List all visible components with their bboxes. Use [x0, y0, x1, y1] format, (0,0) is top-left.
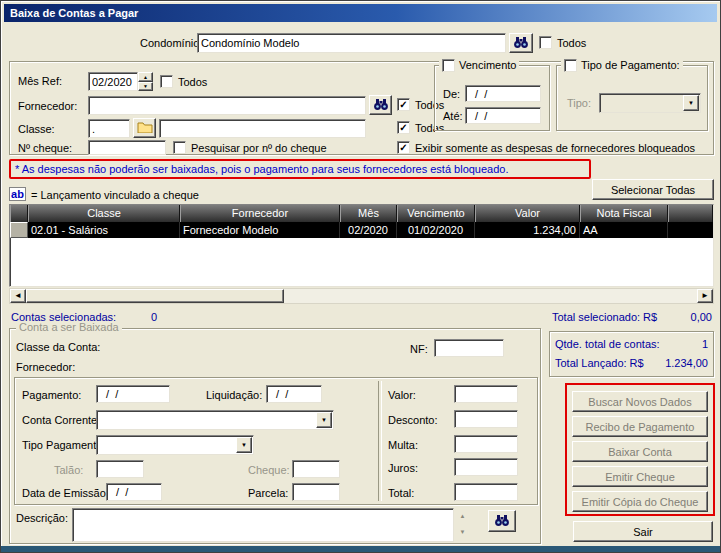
classe-code-input[interactable]	[88, 119, 130, 138]
mes-todos-checkbox[interactable]	[160, 75, 173, 88]
classe-folder-button[interactable]	[133, 118, 156, 138]
juros-input[interactable]	[454, 458, 518, 476]
grid-row-selected[interactable]: 02.01 - Salários Fornecedor Modelo 02/20…	[10, 222, 713, 238]
vencimento-title-label: Vencimento	[459, 59, 516, 71]
tipo-pagamento-combobox[interactable]: ▼	[96, 435, 254, 455]
total-lancado-label: Total Lançado: R$	[555, 357, 644, 369]
desconto-label: Desconto:	[388, 414, 438, 426]
scroll-right-button[interactable]: ►	[697, 289, 713, 303]
desconto-input[interactable]	[454, 410, 518, 428]
vencimento-checkbox[interactable]	[442, 59, 455, 72]
mes-ref-input[interactable]	[88, 72, 138, 91]
juros-label: Juros:	[388, 462, 418, 474]
vencimento-de-label: De:	[443, 88, 460, 100]
parcela-input[interactable]	[292, 483, 340, 501]
mes-ref-label: Mês Ref:	[18, 75, 62, 87]
fornecedor-input[interactable]	[88, 96, 366, 115]
tipo-pagamento-title: Tipo de Pagamento:	[561, 58, 683, 72]
qtde-total-row: Qtde. total de contas: 1	[555, 338, 708, 350]
descricao-search-button[interactable]	[488, 510, 516, 532]
cheque-label: Cheque:	[248, 464, 290, 476]
window-title: Baixa de Contas a Pagar	[10, 7, 138, 19]
descricao-textarea[interactable]	[72, 508, 454, 542]
scroll-left-button[interactable]: ◄	[10, 289, 26, 303]
sair-button[interactable]: Sair	[573, 521, 713, 542]
arrow-down-icon[interactable]: ▼	[456, 525, 469, 542]
dropdown-arrow-icon: ▼	[321, 417, 327, 423]
emitir-cheque-button[interactable]: Emitir Cheque	[572, 466, 708, 487]
selecionar-todas-button[interactable]: Selecionar Todas	[592, 179, 714, 200]
liquidacao-input[interactable]	[266, 385, 322, 403]
fornecedor-search-button[interactable]	[369, 95, 392, 115]
emitir-copia-cheque-button[interactable]: Emitir Cópia do Cheque	[572, 491, 708, 512]
ncheque-label: Nº cheque:	[18, 142, 72, 154]
total-lancado-value: 1.234,00	[665, 357, 708, 369]
title-bar[interactable]: Baixa de Contas a Pagar	[4, 4, 717, 22]
data-emissao-input[interactable]	[106, 483, 162, 501]
grid-col-mes[interactable]: Mês	[340, 205, 397, 222]
binoculars-icon	[513, 35, 529, 51]
exibir-bloqueados-checkbox[interactable]: ✓	[397, 141, 410, 154]
conta-fornecedor-label: Fornecedor:	[16, 361, 75, 373]
checkmark-icon: ✓	[399, 123, 407, 133]
baixar-conta-label: Baixar Conta	[608, 446, 672, 458]
liquidacao-label: Liquidação:	[206, 389, 262, 401]
emitir-copia-cheque-label: Emitir Cópia do Cheque	[582, 496, 699, 508]
tipo-combobox[interactable]: ▼	[599, 93, 701, 113]
buscar-novos-dados-button[interactable]: Buscar Novos Dados	[572, 391, 708, 412]
ncheque-input[interactable]	[88, 140, 166, 155]
classe-todas-checkbox[interactable]: ✓	[397, 121, 410, 134]
condominio-input[interactable]	[197, 33, 506, 53]
scroll-thumb[interactable]	[26, 289, 284, 303]
nf-input[interactable]	[434, 339, 504, 357]
expenses-grid: Classe Fornecedor Mês Vencimento Valor N…	[9, 204, 714, 287]
multa-input[interactable]	[454, 435, 518, 453]
pagamento-input[interactable]	[96, 385, 170, 403]
arrow-up-icon[interactable]: ▲	[456, 508, 469, 525]
valor-input[interactable]	[454, 385, 518, 403]
multa-label: Multa:	[388, 439, 418, 451]
grid-col-indicator[interactable]	[10, 205, 28, 222]
binoculars-icon	[373, 97, 389, 113]
recibo-pagamento-label: Recibo de Pagamento	[586, 421, 695, 433]
grid-col-extra[interactable]	[668, 205, 713, 222]
arrow-right-icon: ►	[701, 292, 709, 300]
dropdown-button[interactable]: ▼	[236, 437, 252, 453]
baixar-conta-button[interactable]: Baixar Conta	[572, 441, 708, 462]
descricao-label: Descrição:	[16, 512, 68, 524]
row-indicator	[10, 222, 28, 238]
dropdown-button[interactable]: ▼	[316, 412, 332, 428]
emitir-cheque-label: Emitir Cheque	[605, 471, 675, 483]
conta-corrente-combobox[interactable]: ▼	[96, 410, 334, 430]
vencimento-ate-input[interactable]	[465, 107, 541, 124]
contas-selecionadas-value: 0	[151, 311, 157, 323]
mes-ref-spinner: ▲ ▼	[138, 72, 153, 91]
condominio-todos-checkbox[interactable]	[539, 36, 552, 49]
vencimento-de-input[interactable]	[465, 85, 541, 102]
total-lancado-row: Total Lançado: R$ 1.234,00	[555, 357, 708, 369]
cell-extra	[668, 222, 713, 238]
dropdown-button[interactable]: ▼	[683, 95, 699, 111]
tipo-pagamento-checkbox[interactable]	[564, 59, 577, 72]
fornecedor-todos-checkbox[interactable]: ✓	[397, 98, 410, 111]
cheque-input[interactable]	[292, 460, 340, 478]
cell-nota-fiscal: AA	[580, 222, 668, 238]
talao-input[interactable]	[96, 460, 144, 478]
classe-input[interactable]	[159, 119, 366, 138]
condominio-search-button[interactable]	[509, 33, 533, 53]
total-input[interactable]	[454, 483, 518, 501]
recibo-pagamento-button[interactable]: Recibo de Pagamento	[572, 416, 708, 437]
tipo-label: Tipo:	[567, 97, 591, 109]
grid-col-vencimento[interactable]: Vencimento	[397, 205, 475, 222]
grid-col-valor[interactable]: Valor	[475, 205, 580, 222]
grid-col-nota-fiscal[interactable]: Nota Fiscal	[580, 205, 668, 222]
spinner-up-button[interactable]: ▲	[138, 72, 153, 82]
data-emissao-label: Data de Emissão:	[22, 487, 109, 499]
grid-col-fornecedor[interactable]: Fornecedor	[180, 205, 340, 222]
condominio-todos-label: Todos	[557, 37, 586, 49]
vencimento-group: Vencimento De: Até:	[434, 65, 550, 131]
grid-col-classe[interactable]: Classe	[28, 205, 180, 222]
spinner-down-button[interactable]: ▼	[138, 82, 153, 91]
pesquisar-cheque-checkbox[interactable]	[173, 141, 186, 154]
classe-da-conta-label: Classe da Conta:	[16, 341, 100, 353]
